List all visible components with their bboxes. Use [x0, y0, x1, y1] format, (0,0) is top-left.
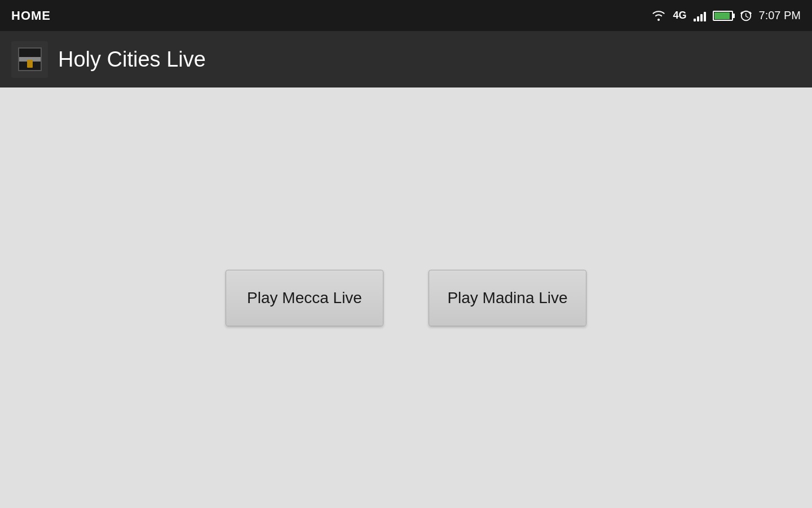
main-content: Play Mecca Live Play Madina Live [0, 87, 812, 508]
time-display: 7:07 PM [759, 9, 801, 22]
network-4g-badge: 4G [673, 10, 687, 21]
status-icons: 4G 7:07 PM [651, 9, 801, 22]
app-bar: Holy Cities Live [0, 31, 812, 87]
play-madina-button[interactable]: Play Madina Live [429, 270, 586, 326]
status-bar: HOME 4G [0, 0, 812, 31]
battery-icon [713, 11, 733, 21]
home-label: HOME [11, 8, 51, 23]
alarm-icon [740, 10, 752, 22]
play-mecca-button[interactable]: Play Mecca Live [226, 270, 383, 326]
wifi-icon [651, 10, 667, 22]
app-title: Holy Cities Live [58, 47, 206, 72]
signal-strength-icon [694, 10, 706, 21]
app-icon [11, 41, 48, 78]
